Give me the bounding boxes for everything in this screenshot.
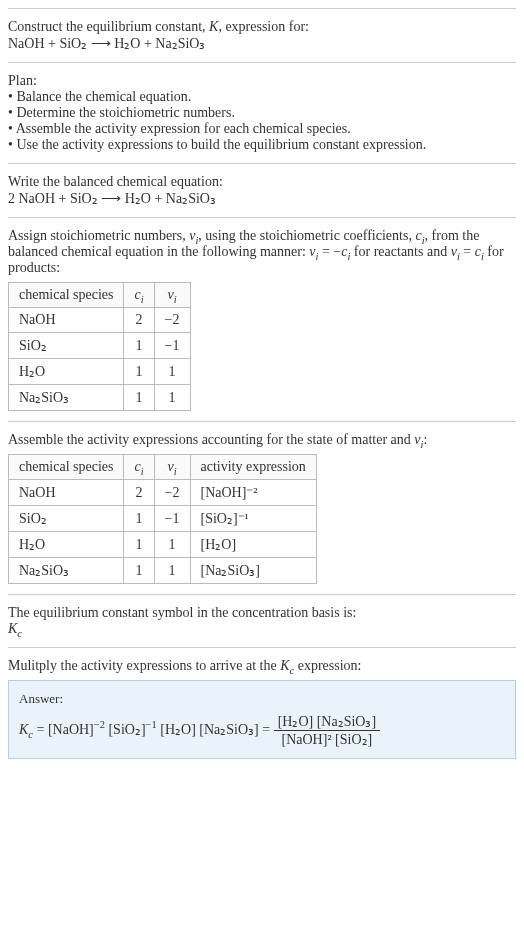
fraction-denominator: [NaOH]² [SiO₂] bbox=[274, 731, 380, 748]
table-row: NaOH 2 −2 bbox=[9, 308, 191, 333]
multiply-section: Mulitply the activity expressions to arr… bbox=[8, 647, 516, 769]
col-ci: ci bbox=[124, 455, 154, 480]
multiply-text: Mulitply the activity expressions to arr… bbox=[8, 658, 516, 674]
answer-expression: Kc = [NaOH]−2 [SiO₂]−1 [H₂O] [Na₂SiO₃] =… bbox=[19, 713, 505, 748]
stoich-section: Assign stoichiometric numbers, νi, using… bbox=[8, 217, 516, 421]
plan-bullet-1: • Balance the chemical equation. bbox=[8, 89, 516, 105]
activity-text: Assemble the activity expressions accoun… bbox=[8, 432, 516, 448]
col-activity: activity expression bbox=[190, 455, 316, 480]
answer-box: Answer: Kc = [NaOH]−2 [SiO₂]−1 [H₂O] [Na… bbox=[8, 680, 516, 759]
table-row: SiO₂ 1 −1 bbox=[9, 333, 191, 359]
balance-heading: Write the balanced chemical equation: bbox=[8, 174, 516, 190]
plan-bullet-2: • Determine the stoichiometric numbers. bbox=[8, 105, 516, 121]
intro-section: Construct the equilibrium constant, K, e… bbox=[8, 8, 516, 62]
table-header-row: chemical species ci νi bbox=[9, 283, 191, 308]
stoich-table: chemical species ci νi NaOH 2 −2 SiO₂ 1 … bbox=[8, 282, 191, 411]
col-species: chemical species bbox=[9, 283, 124, 308]
stoich-text: Assign stoichiometric numbers, νi, using… bbox=[8, 228, 516, 276]
plan-section: Plan: • Balance the chemical equation. •… bbox=[8, 62, 516, 163]
table-row: Na₂SiO₃ 1 1 [Na₂SiO₃] bbox=[9, 558, 317, 584]
table-row: SiO₂ 1 −1 [SiO₂]⁻¹ bbox=[9, 506, 317, 532]
table-row: Na₂SiO₃ 1 1 bbox=[9, 385, 191, 411]
col-ci: ci bbox=[124, 283, 154, 308]
col-vi: νi bbox=[154, 283, 190, 308]
symbol-section: The equilibrium constant symbol in the c… bbox=[8, 594, 516, 647]
table-row: H₂O 1 1 [H₂O] bbox=[9, 532, 317, 558]
balance-section: Write the balanced chemical equation: 2 … bbox=[8, 163, 516, 217]
answer-label: Answer: bbox=[19, 691, 505, 707]
plan-heading: Plan: bbox=[8, 73, 516, 89]
symbol-value: Kc bbox=[8, 621, 516, 637]
table-header-row: chemical species ci νi activity expressi… bbox=[9, 455, 317, 480]
table-row: H₂O 1 1 bbox=[9, 359, 191, 385]
intro-text: Construct the equilibrium constant, K, e… bbox=[8, 19, 516, 35]
activity-table: chemical species ci νi activity expressi… bbox=[8, 454, 317, 584]
table-row: NaOH 2 −2 [NaOH]⁻² bbox=[9, 480, 317, 506]
activity-section: Assemble the activity expressions accoun… bbox=[8, 421, 516, 594]
plan-bullet-4: • Use the activity expressions to build … bbox=[8, 137, 516, 153]
symbol-text: The equilibrium constant symbol in the c… bbox=[8, 605, 516, 621]
plan-bullet-3: • Assemble the activity expression for e… bbox=[8, 121, 516, 137]
col-vi: νi bbox=[154, 455, 190, 480]
intro-equation: NaOH + SiO₂ ⟶ H₂O + Na₂SiO₃ bbox=[8, 35, 516, 52]
col-species: chemical species bbox=[9, 455, 124, 480]
fraction-numerator: [H₂O] [Na₂SiO₃] bbox=[274, 713, 380, 731]
balanced-equation: 2 NaOH + SiO₂ ⟶ H₂O + Na₂SiO₃ bbox=[8, 190, 516, 207]
